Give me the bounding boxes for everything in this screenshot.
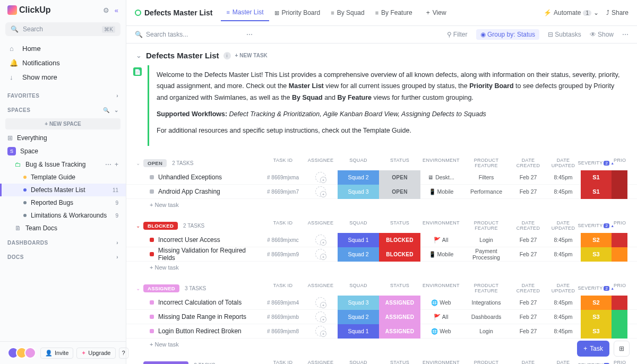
- assignee-cell[interactable]: [304, 170, 338, 185]
- severity-cell[interactable]: S3: [581, 324, 612, 339]
- invite-button[interactable]: 👤Invite: [40, 348, 73, 359]
- task-row[interactable]: Missing Validation for Required Fields #…: [126, 247, 637, 262]
- status-cell[interactable]: BLOCKED: [379, 233, 420, 247]
- status-cell[interactable]: BLOCKED: [379, 247, 420, 262]
- group-status-pill[interactable]: ASSIGNED: [143, 284, 179, 292]
- new-task-fab[interactable]: +Task: [577, 341, 609, 357]
- automate-button[interactable]: ⚡ Automate 1 ⌄: [544, 9, 599, 16]
- search-input[interactable]: 🔍 Search ⌘K: [5, 22, 120, 36]
- dashboards-section[interactable]: DASHBOARDS ›: [0, 235, 126, 249]
- view-tab[interactable]: ≡By Squad: [325, 4, 369, 21]
- chevron-down-icon[interactable]: ⌄: [114, 107, 119, 113]
- add-view-button[interactable]: +View: [421, 5, 452, 21]
- sidebar-list-item[interactable]: Template Guide: [0, 171, 126, 184]
- task-row[interactable]: Incorrect Calculation of Totals # 8669mj…: [126, 296, 637, 310]
- task-row[interactable]: Android App Crashing # 8669mjxm7 Squad 3…: [126, 185, 637, 199]
- new-space-button[interactable]: + NEW SPACE: [5, 118, 120, 129]
- squad-cell[interactable]: Squad 3: [338, 185, 379, 199]
- view-tab[interactable]: ≡Master List: [221, 4, 269, 21]
- feature-cell[interactable]: Filters: [462, 170, 511, 185]
- squad-cell[interactable]: Squad 1: [338, 233, 379, 247]
- assignee-cell[interactable]: [304, 324, 338, 339]
- settings-icon[interactable]: ⚙: [103, 6, 109, 14]
- upgrade-button[interactable]: ✦Upgrade: [76, 348, 115, 359]
- sidebar-list-item[interactable]: Reported Bugs9: [0, 196, 126, 209]
- status-cell[interactable]: ASSIGNED: [379, 324, 420, 339]
- task-row[interactable]: Unhandled Exceptions # 8669mjxma Squad 2…: [126, 170, 637, 185]
- sidebar-everything[interactable]: ⊞ Everything: [0, 132, 126, 144]
- environment-cell[interactable]: 📱 Mobile: [420, 185, 462, 199]
- feature-cell[interactable]: Performance: [462, 185, 511, 199]
- search-spaces-icon[interactable]: 🔍: [103, 107, 110, 113]
- environment-cell[interactable]: 🌐 Web: [420, 324, 462, 339]
- docs-section[interactable]: DOCS ›: [0, 249, 126, 263]
- feature-cell[interactable]: Integrations: [462, 296, 511, 310]
- filter-button[interactable]: ⚲ Filter: [447, 31, 468, 38]
- favorites-section[interactable]: FAVORITES ›: [0, 88, 126, 102]
- sidebar-nav-item[interactable]: ⌂Home: [0, 41, 126, 56]
- group-status-pill[interactable]: IN PROGRESS: [143, 361, 188, 364]
- search-tasks-input[interactable]: 🔍 Search tasks...: [135, 31, 241, 38]
- severity-cell[interactable]: S3: [581, 247, 612, 262]
- task-row[interactable]: Incorrect User Access # 8669mjxmc Squad …: [126, 233, 637, 247]
- view-tab[interactable]: ⊞Priority Board: [269, 4, 326, 21]
- severity-cell[interactable]: S2: [581, 233, 612, 247]
- feature-cell[interactable]: Dashboards: [462, 310, 511, 324]
- sidebar-list-item[interactable]: Defects Master List11: [0, 184, 126, 196]
- feature-cell[interactable]: Login: [462, 233, 511, 247]
- show-button[interactable]: 👁 Show: [590, 31, 614, 38]
- sidebar-nav-item[interactable]: 🔔Notifications: [0, 56, 126, 70]
- status-cell[interactable]: OPEN: [379, 170, 420, 185]
- assignee-cell[interactable]: [304, 185, 338, 199]
- priority-cell[interactable]: [612, 170, 627, 185]
- more-icon[interactable]: ⋯: [105, 161, 111, 168]
- assignee-cell[interactable]: [304, 233, 338, 247]
- collapse-icon[interactable]: ⌄: [136, 51, 142, 59]
- assignee-cell[interactable]: [304, 296, 338, 310]
- priority-cell[interactable]: [612, 247, 627, 262]
- priority-cell[interactable]: [612, 296, 627, 310]
- task-row[interactable]: Login Button Redirect Broken # 8669mjxm8…: [126, 324, 637, 339]
- squad-cell[interactable]: Squad 2: [338, 247, 379, 262]
- new-task-row[interactable]: + New task: [126, 199, 637, 211]
- avatar-stack[interactable]: [7, 347, 36, 359]
- feature-cell[interactable]: Login: [462, 324, 511, 339]
- environment-cell[interactable]: 🚩 All: [420, 310, 462, 324]
- status-cell[interactable]: ASSIGNED: [379, 296, 420, 310]
- assignee-cell[interactable]: [304, 310, 338, 324]
- spaces-section[interactable]: SPACES 🔍 ⌄: [0, 102, 126, 116]
- environment-cell[interactable]: 🚩 All: [420, 233, 462, 247]
- sidebar-space[interactable]: S Space: [0, 144, 126, 158]
- new-task-row[interactable]: + New task: [126, 339, 637, 350]
- priority-cell[interactable]: [612, 233, 627, 247]
- subtasks-button[interactable]: ⊟ Subtasks: [548, 31, 581, 38]
- info-icon[interactable]: i: [223, 52, 231, 59]
- sidebar-nav-item[interactable]: ↓Show more: [0, 70, 126, 84]
- more-icon[interactable]: ⋯: [246, 31, 253, 38]
- collapse-group-icon[interactable]: ⌄: [136, 160, 140, 166]
- severity-cell[interactable]: S3: [581, 310, 612, 324]
- environment-cell[interactable]: 🖥 Deskt...: [420, 170, 462, 185]
- severity-cell[interactable]: S2: [581, 296, 612, 310]
- squad-cell[interactable]: Squad 1: [338, 324, 379, 339]
- new-task-row[interactable]: + New task: [126, 262, 637, 273]
- environment-cell[interactable]: 📱 Mobile: [420, 247, 462, 262]
- assignee-cell[interactable]: [304, 247, 338, 262]
- view-tab[interactable]: ≡By Feature: [370, 4, 418, 21]
- add-icon[interactable]: +: [115, 161, 118, 168]
- priority-cell[interactable]: [612, 310, 627, 324]
- logo[interactable]: ClickUp: [7, 5, 51, 15]
- priority-cell[interactable]: [612, 324, 627, 339]
- sidebar-team-docs[interactable]: 🗎 Team Docs: [0, 222, 126, 235]
- collapse-group-icon[interactable]: ⌄: [136, 223, 140, 229]
- groupby-button[interactable]: ◉ Group by: Status: [476, 29, 539, 40]
- severity-cell[interactable]: S1: [581, 170, 612, 185]
- more-icon[interactable]: ⋯: [622, 31, 629, 38]
- environment-cell[interactable]: 🌐 Web: [420, 296, 462, 310]
- collapse-group-icon[interactable]: ⌄: [136, 285, 140, 291]
- apps-fab[interactable]: ⊞: [614, 341, 630, 357]
- status-cell[interactable]: ASSIGNED: [379, 310, 420, 324]
- feature-cell[interactable]: Payment Processing: [462, 247, 511, 262]
- sidebar-list-item[interactable]: Limitations & Workarounds9: [0, 209, 126, 222]
- share-button[interactable]: ⤴ Share: [606, 9, 629, 16]
